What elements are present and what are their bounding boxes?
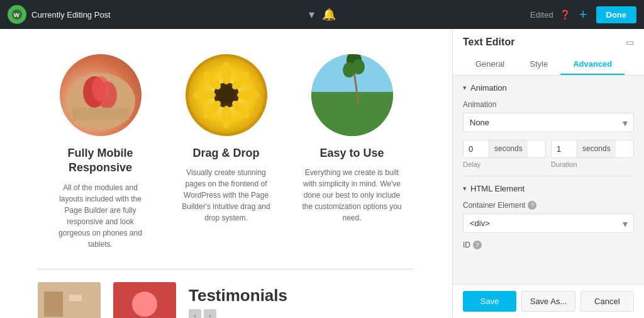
cancel-button[interactable]: Cancel	[580, 291, 634, 312]
add-button[interactable]: +	[577, 6, 590, 23]
svg-rect-26	[69, 295, 82, 301]
chevron-down-icon[interactable]: ▾	[309, 8, 314, 21]
svg-point-10	[221, 62, 231, 84]
duration-label: Duration	[551, 161, 634, 168]
svg-point-28	[132, 292, 157, 317]
svg-rect-25	[44, 292, 63, 317]
svg-point-13	[237, 90, 260, 100]
animation-section-header: ▾ Animation	[463, 83, 634, 93]
svg-point-5	[92, 76, 109, 101]
done-button[interactable]: Done	[596, 6, 637, 23]
card-drag-title: Drag & Drop	[176, 146, 277, 161]
thumb-1	[38, 282, 101, 318]
animation-section-label: Animation	[470, 83, 507, 93]
card-mobile: Fully MobileResponsive All of the module…	[50, 54, 151, 250]
svg-rect-19	[311, 92, 393, 136]
html-toggle[interactable]: ▾	[463, 185, 467, 193]
edited-status: Edited	[530, 10, 553, 20]
content-area: Fully MobileResponsive All of the module…	[0, 29, 452, 318]
right-panel: Text Editor ▭ General Style Advanced ▾ A…	[452, 29, 644, 318]
panel-title-row: Text Editor ▭	[463, 37, 634, 48]
svg-text:W: W	[14, 11, 20, 18]
next-arrow[interactable]: ›	[204, 309, 216, 318]
svg-point-9	[218, 86, 235, 104]
delay-input[interactable]	[464, 140, 489, 157]
duration-input-group: seconds	[551, 140, 634, 158]
card-easy-image	[311, 54, 393, 136]
card-easy-title: Easy to Use	[302, 146, 402, 161]
animation-select[interactable]: None Fade Slide Bounce	[463, 113, 634, 132]
section-divider	[38, 269, 414, 270]
main-layout: Fully MobileResponsive All of the module…	[0, 29, 644, 318]
panel-minimize-button[interactable]: ▭	[626, 37, 634, 47]
bell-icon[interactable]: 🔔	[322, 8, 336, 21]
container-select-wrapper: <div> <section> <article> <main>	[463, 213, 634, 233]
topbar-title: Currently Editing Post	[31, 10, 111, 20]
cards-row: Fully MobileResponsive All of the module…	[38, 54, 414, 250]
duration-unit: seconds	[577, 140, 616, 157]
topbar-right: Edited ❓ + Done	[530, 6, 636, 23]
bottom-row: Testimonials ‹ ›	[38, 282, 414, 318]
save-as-button[interactable]: Save As...	[521, 291, 575, 312]
thumb-2	[113, 282, 176, 318]
html-section-label: HTML Element	[470, 184, 525, 193]
testimonials-nav: ‹ ›	[189, 309, 287, 318]
testimonials-title: Testimonials	[189, 286, 287, 305]
html-element-section: ▾ HTML Element Container Element ? <div>…	[453, 176, 644, 261]
animation-section: ▾ Animation Animation None Fade Slide Bo…	[453, 76, 644, 176]
card-easy: Easy to Use Everything we create is buil…	[302, 54, 402, 250]
delay-label: Delay	[463, 161, 546, 168]
card-drag-desc: Visually create stunning pages on the fr…	[176, 167, 277, 224]
duration-input[interactable]	[552, 140, 577, 157]
id-help-icon[interactable]: ?	[473, 241, 482, 249]
tab-advanced[interactable]: Advanced	[560, 54, 625, 75]
container-label-row: Container Element ?	[463, 201, 634, 210]
id-field-label: ID	[463, 241, 470, 249]
delay-unit: seconds	[489, 140, 528, 157]
save-button[interactable]: Save	[463, 291, 516, 312]
help-icon[interactable]: ❓	[560, 9, 570, 20]
prev-arrow[interactable]: ‹	[189, 309, 201, 318]
topbar-left: W Currently Editing Post	[8, 5, 111, 24]
wp-logo: W	[8, 5, 26, 24]
card-mobile-desc: All of the modules and layouts included …	[50, 182, 151, 250]
testimonials-section: Testimonials ‹ ›	[189, 286, 287, 318]
panel-tabs: General Style Advanced	[463, 54, 634, 75]
delay-field: seconds Delay	[463, 140, 546, 168]
svg-rect-6	[72, 108, 129, 120]
timing-row: seconds Delay seconds Duration	[463, 140, 634, 168]
svg-point-23	[343, 62, 355, 77]
topbar-center: ▾ 🔔	[309, 8, 336, 21]
tab-style[interactable]: Style	[517, 54, 560, 75]
container-help-icon[interactable]: ?	[528, 201, 536, 210]
animation-select-wrapper: None Fade Slide Bounce	[463, 113, 634, 132]
animation-toggle[interactable]: ▾	[463, 84, 467, 92]
card-easy-desc: Everything we create is built with simpl…	[302, 167, 402, 224]
topbar: W Currently Editing Post ▾ 🔔 Edited ❓ + …	[0, 0, 644, 29]
delay-input-group: seconds	[463, 140, 546, 158]
tab-general[interactable]: General	[463, 54, 517, 75]
container-select[interactable]: <div> <section> <article> <main>	[463, 213, 634, 233]
panel-header: Text Editor ▭ General Style Advanced	[453, 29, 644, 76]
panel-footer: Save Save As... Cancel	[453, 284, 644, 318]
svg-point-12	[193, 90, 216, 100]
id-label-row: ID ?	[463, 241, 634, 249]
html-section-header: ▾ HTML Element	[463, 184, 634, 193]
duration-field: seconds Duration	[551, 140, 634, 168]
card-mobile-title: Fully MobileResponsive	[50, 146, 151, 176]
card-drag-image	[186, 54, 267, 136]
animation-field-label: Animation	[463, 100, 634, 109]
panel-title: Text Editor	[463, 37, 514, 48]
svg-point-11	[221, 106, 231, 128]
container-field-label: Container Element	[463, 201, 525, 210]
card-drag: Drag & Drop Visually create stunning pag…	[176, 54, 277, 250]
card-mobile-image	[60, 54, 142, 136]
panel-body: ▾ Animation Animation None Fade Slide Bo…	[453, 76, 644, 284]
